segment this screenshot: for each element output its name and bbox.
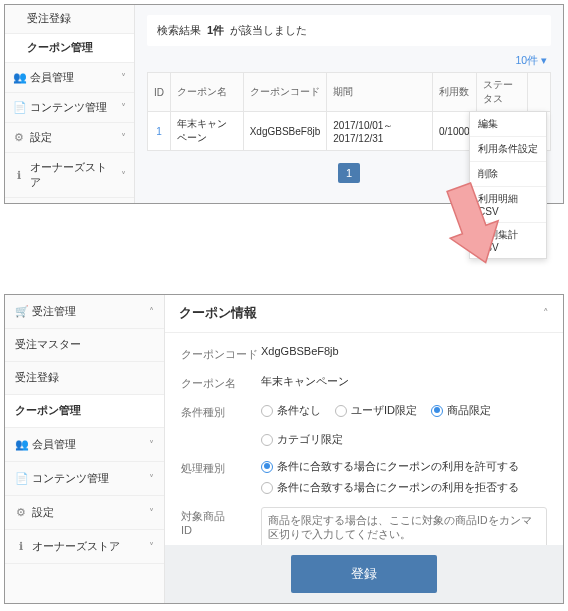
sidebar-item-order-master[interactable]: 受注マスター (5, 329, 164, 362)
users-icon: 👥 (15, 438, 27, 451)
radio-category[interactable]: カテゴリ限定 (261, 432, 343, 447)
radio-user-id[interactable]: ユーザID限定 (335, 403, 417, 418)
sidebar-item-orders[interactable]: 🛒受注管理˄ (5, 295, 164, 329)
col-period: 期間 (327, 73, 433, 112)
chevron-down-icon: ˅ (149, 541, 154, 552)
chevron-down-icon: ˅ (149, 473, 154, 484)
radio-icon (261, 461, 273, 473)
chevron-down-icon: ˅ (149, 439, 154, 450)
gear-icon: ⚙ (13, 131, 25, 144)
chevron-down-icon: ˅ (121, 102, 126, 113)
col-code: クーポンコード (243, 73, 327, 112)
chevron-down-icon: ˅ (121, 72, 126, 83)
radio-icon (261, 434, 273, 446)
cell-name: 年末キャンペーン (171, 112, 244, 151)
cell-id[interactable]: 1 (148, 112, 171, 151)
sidebar-item-order-register[interactable]: 受注登録 (5, 5, 134, 34)
process-type-group: 条件に合致する場合にクーポンの利用を許可する 条件に合致する場合にクーポンの利用… (261, 459, 547, 495)
target-product-label: 対象商品 ID (181, 507, 261, 536)
cell-code: XdgGBSBeF8jb (243, 112, 327, 151)
per-page-select[interactable]: 10件 ▾ (147, 54, 547, 68)
sidebar-item-owners-store[interactable]: ℹオーナーズストア˅ (5, 153, 134, 198)
sidebar-item-order-register[interactable]: 受注登録 (5, 362, 164, 395)
col-id: ID (148, 73, 171, 112)
sidebar-item-contents[interactable]: 📄コンテンツ管理˅ (5, 93, 134, 123)
name-label: クーポン名 (181, 374, 261, 391)
menu-conditions[interactable]: 利用条件設定 (470, 137, 546, 162)
form-header: クーポン情報 ˄ (165, 295, 563, 333)
document-icon: 📄 (15, 472, 27, 485)
gear-icon: ⚙ (15, 506, 27, 519)
radio-icon (431, 405, 443, 417)
coupon-list-panel: 受注登録 クーポン管理 👥会員管理˅ 📄コンテンツ管理˅ ⚙設定˅ ℹオーナーズ… (4, 4, 564, 204)
process-type-label: 処理種別 (181, 459, 261, 476)
code-value: XdgGBSBeF8jb (261, 345, 547, 357)
info-icon: ℹ (13, 169, 25, 182)
sidebar-top: 受注登録 クーポン管理 👥会員管理˅ 📄コンテンツ管理˅ ⚙設定˅ ℹオーナーズ… (5, 5, 135, 203)
col-status: ステータス (476, 73, 527, 112)
sidebar-item-members[interactable]: 👥会員管理˅ (5, 63, 134, 93)
sidebar-item-settings[interactable]: ⚙設定˅ (5, 123, 134, 153)
sidebar-item-coupon-manage[interactable]: クーポン管理 (5, 34, 134, 63)
list-content: 検索結果 1件 が該当しました 10件 ▾ ID クーポン名 クーポンコード 期… (135, 5, 563, 203)
sidebar-item-coupon-manage[interactable]: クーポン管理 (5, 395, 164, 428)
info-icon: ℹ (15, 540, 27, 553)
document-icon: 📄 (13, 101, 25, 114)
col-actions (527, 73, 550, 112)
radio-deny[interactable]: 条件に合致する場合にクーポンの利用を拒否する (261, 480, 547, 495)
col-usage: 利用数 (432, 73, 476, 112)
submit-bar: 登録 (165, 545, 563, 603)
form-content: クーポン情報 ˄ クーポンコード XdgGBSBeF8jb クーポン名 年末キャ… (165, 295, 563, 603)
sidebar-bottom: 🛒受注管理˄ 受注マスター 受注登録 クーポン管理 👥会員管理˅ 📄コンテンツ管… (5, 295, 165, 603)
submit-button[interactable]: 登録 (291, 555, 437, 593)
cart-icon: 🛒 (15, 305, 27, 318)
sidebar-item-owners-store[interactable]: ℹオーナーズストア˅ (5, 530, 164, 564)
chevron-up-icon: ˄ (149, 306, 154, 317)
sidebar-item-settings[interactable]: ⚙設定˅ (5, 496, 164, 530)
sidebar-item-contents[interactable]: 📄コンテンツ管理˅ (5, 462, 164, 496)
code-label: クーポンコード (181, 345, 261, 362)
condition-type-group: 条件なし ユーザID限定 商品限定 カテゴリ限定 (261, 403, 547, 447)
name-value: 年末キャンペーン (261, 374, 547, 389)
condition-type-label: 条件種別 (181, 403, 261, 420)
collapse-icon[interactable]: ˄ (543, 307, 549, 320)
users-icon: 👥 (13, 71, 25, 84)
form-title: クーポン情報 (179, 305, 257, 322)
radio-icon (261, 482, 273, 494)
radio-allow[interactable]: 条件に合致する場合にクーポンの利用を許可する (261, 459, 547, 474)
radio-product[interactable]: 商品限定 (431, 403, 491, 418)
chevron-down-icon: ˅ (149, 507, 154, 518)
radio-icon (335, 405, 347, 417)
search-result-bar: 検索結果 1件 が該当しました (147, 15, 551, 46)
menu-edit[interactable]: 編集 (470, 112, 546, 137)
page-1-button[interactable]: 1 (338, 163, 360, 183)
sidebar-item-members[interactable]: 👥会員管理˅ (5, 428, 164, 462)
col-name: クーポン名 (171, 73, 244, 112)
chevron-down-icon: ˅ (121, 132, 126, 143)
table-header-row: ID クーポン名 クーポンコード 期間 利用数 ステータス (148, 73, 551, 112)
chevron-down-icon: ˅ (121, 170, 126, 181)
cell-period: 2017/10/01～2017/12/31 (327, 112, 433, 151)
radio-none[interactable]: 条件なし (261, 403, 321, 418)
radio-icon (261, 405, 273, 417)
coupon-edit-panel: 🛒受注管理˄ 受注マスター 受注登録 クーポン管理 👥会員管理˅ 📄コンテンツ管… (4, 294, 564, 604)
flow-arrow-icon (440, 180, 500, 272)
